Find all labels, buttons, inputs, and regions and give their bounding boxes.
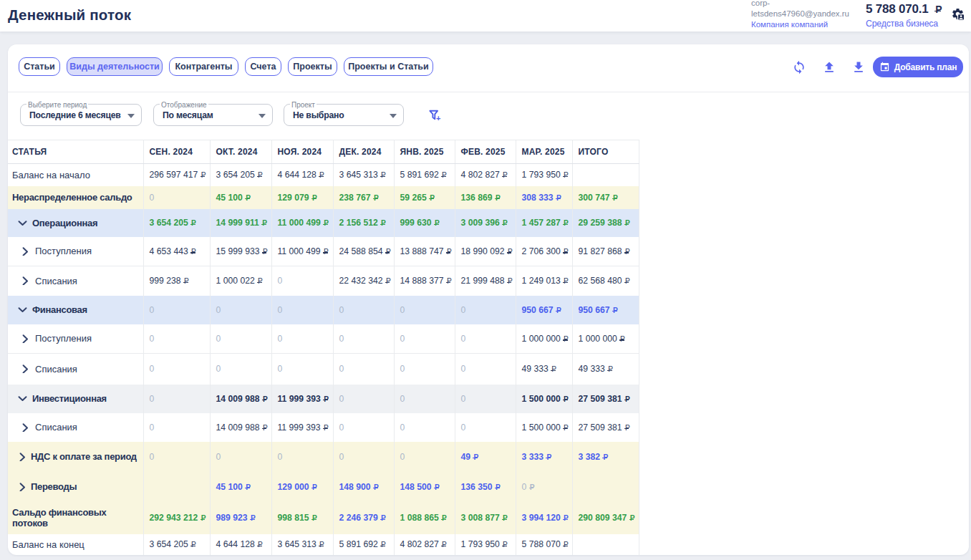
svg-text:+: + [436,114,440,122]
